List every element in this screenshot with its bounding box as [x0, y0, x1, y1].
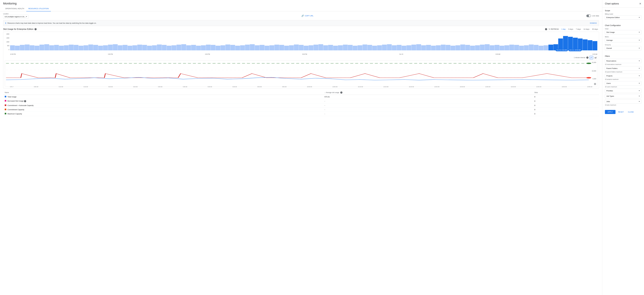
- bar-item[interactable]: [465, 45, 470, 50]
- bar-item[interactable]: [377, 45, 382, 50]
- filter-item-priorities[interactable]: Priorities: [605, 89, 642, 93]
- toggle-switch[interactable]: [586, 15, 591, 17]
- time-14days[interactable]: 14 days: [582, 28, 590, 31]
- bar-item[interactable]: [504, 45, 509, 50]
- bar-item[interactable]: [490, 45, 494, 50]
- bar-item[interactable]: [216, 46, 220, 50]
- bar-item[interactable]: [387, 44, 392, 50]
- bar-item[interactable]: [343, 45, 348, 50]
- bar-item[interactable]: [460, 45, 465, 51]
- bar-item[interactable]: [353, 46, 358, 50]
- bar-item[interactable]: [450, 46, 455, 50]
- bar-item[interactable]: [274, 45, 279, 50]
- controls-help-icon[interactable]: ?: [545, 28, 547, 30]
- bar-item[interactable]: [103, 45, 108, 50]
- bar-item[interactable]: [539, 46, 543, 50]
- bar-item[interactable]: [338, 45, 343, 50]
- apply-button[interactable]: APPLY: [605, 110, 616, 114]
- chart-select[interactable]: Slot Usage: [605, 30, 642, 35]
- bar-item[interactable]: [132, 45, 137, 50]
- bar-chart-container[interactable]: 2000 1500 1000 500 0 12:00 PM 3:00 PM 6:…: [3, 32, 599, 88]
- bar-item[interactable]: [475, 45, 480, 50]
- bar-item[interactable]: [446, 45, 450, 50]
- bar-item[interactable]: [181, 44, 186, 50]
- bar-item[interactable]: [152, 45, 157, 50]
- time-30days[interactable]: 30 days: [591, 28, 599, 31]
- bar-item[interactable]: [314, 45, 318, 50]
- time-1day[interactable]: 1 day: [560, 28, 566, 31]
- bar-item[interactable]: [191, 45, 196, 50]
- bar-item[interactable]: [519, 46, 524, 50]
- bar-item[interactable]: [583, 39, 588, 51]
- filter-item-reservations[interactable]: Reservations: [605, 59, 642, 63]
- bar-item[interactable]: [172, 45, 176, 50]
- panel-close-icon[interactable]: ✕: [639, 2, 642, 5]
- bar-item[interactable]: [362, 45, 367, 51]
- bar-item[interactable]: [592, 41, 597, 51]
- bar-item[interactable]: [157, 45, 162, 51]
- bar-item[interactable]: [20, 45, 24, 50]
- bar-item[interactable]: [128, 46, 132, 50]
- bar-item[interactable]: [441, 45, 446, 50]
- col-avg[interactable]: ↓ Average slot usage ?: [323, 90, 533, 95]
- bar-item[interactable]: [397, 45, 402, 50]
- time-7days[interactable]: 7 days: [575, 28, 582, 31]
- bar-item[interactable]: [98, 46, 103, 50]
- refresh-button[interactable]: ↻ REFRESH: [549, 28, 559, 30]
- bar-item[interactable]: [524, 45, 529, 50]
- bar-item[interactable]: [186, 45, 191, 50]
- chart-help-icon[interactable]: ?: [34, 28, 36, 30]
- bar-item[interactable]: [88, 45, 93, 51]
- bar-item[interactable]: [147, 46, 152, 50]
- bar-item[interactable]: [226, 45, 230, 51]
- bar-item[interactable]: [529, 45, 534, 51]
- bar-item[interactable]: [167, 46, 172, 50]
- filter-parent-folders[interactable]: Parent Folders 10 parent folders maximum: [605, 66, 642, 73]
- bar-item[interactable]: [494, 45, 499, 50]
- filter-item-projects[interactable]: Projects: [605, 74, 642, 78]
- bar-item[interactable]: [123, 45, 127, 50]
- location-dropdown[interactable]: US (multiple regions in Un...: [3, 15, 28, 19]
- bar-item[interactable]: [514, 45, 519, 50]
- bar-item[interactable]: [328, 45, 333, 50]
- bar-item[interactable]: [245, 45, 250, 50]
- bar-item[interactable]: [196, 46, 201, 50]
- bar-item[interactable]: [64, 45, 69, 50]
- bar-item[interactable]: [456, 45, 460, 50]
- bar-item[interactable]: [15, 46, 20, 50]
- tab-resource-utilization[interactable]: RESOURCE UTILIZATION: [26, 6, 51, 12]
- bar-item[interactable]: [294, 45, 298, 51]
- bar-item[interactable]: [270, 45, 274, 50]
- bar-item[interactable]: [206, 45, 210, 50]
- billing-model-select[interactable]: Enterprise Edition: [605, 15, 642, 20]
- bar-item[interactable]: [421, 45, 426, 50]
- bar-item[interactable]: [309, 45, 313, 50]
- bar-item[interactable]: [480, 45, 485, 50]
- bar-item[interactable]: [78, 46, 83, 50]
- dismiss-button[interactable]: DISMISS: [590, 22, 597, 24]
- bar-item[interactable]: [563, 36, 568, 51]
- bar-item[interactable]: [333, 46, 338, 50]
- bar-item[interactable]: [382, 45, 387, 50]
- metric-select[interactable]: Average: [605, 38, 642, 42]
- bar-item[interactable]: [323, 45, 328, 50]
- bar-item[interactable]: [426, 45, 431, 50]
- bar-item[interactable]: [289, 45, 294, 50]
- reset-button[interactable]: RESET: [616, 110, 625, 114]
- bar-item[interactable]: [284, 46, 289, 50]
- bar-item[interactable]: [318, 44, 323, 50]
- bar-item[interactable]: [412, 45, 416, 50]
- bar-item[interactable]: [358, 45, 362, 50]
- bar-item[interactable]: [392, 45, 396, 50]
- bar-item[interactable]: [34, 46, 39, 50]
- filter-item-jobs[interactable]: Jobs: [605, 99, 642, 104]
- bar-item[interactable]: [544, 45, 548, 50]
- bar-item[interactable]: [59, 46, 64, 50]
- filter-reservations[interactable]: Reservations 10 reservations maximum: [605, 59, 642, 65]
- bar-item[interactable]: [367, 45, 372, 50]
- filter-item-users[interactable]: Users: [605, 81, 642, 86]
- bar-item[interactable]: [93, 45, 98, 50]
- interval-help-icon[interactable]: ?: [586, 57, 588, 59]
- bar-item[interactable]: [40, 45, 44, 50]
- bar-item[interactable]: [548, 45, 553, 50]
